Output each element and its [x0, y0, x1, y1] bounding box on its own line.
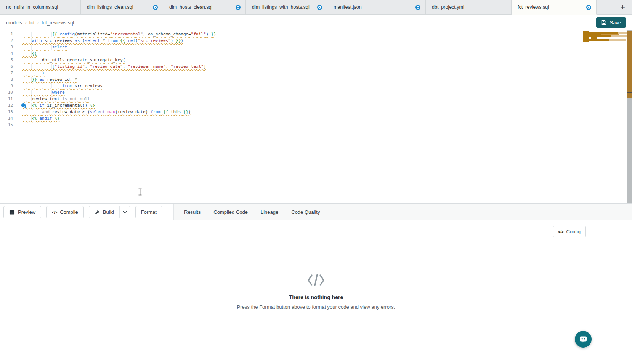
code-line[interactable]: 13 and review_date > (select max(review_… — [0, 109, 632, 115]
line-number: 13 — [0, 109, 13, 115]
line-number: 1 — [0, 31, 13, 37]
code-line[interactable]: 10 where — [0, 89, 632, 96]
build-button[interactable]: Build — [89, 206, 119, 218]
editor-tab[interactable]: dim_hosts_clean.sql — [163, 0, 246, 15]
code-line[interactable]: 14 {% endif %} — [0, 115, 632, 122]
code-token: * — [100, 38, 107, 43]
build-label: Build — [103, 209, 114, 215]
config-button[interactable]: </> Config — [553, 226, 586, 237]
code-line[interactable]: 8 }} as review_id, * — [0, 76, 632, 83]
line-number: 7 — [0, 70, 13, 76]
empty-state-title: There is nothing here — [171, 294, 461, 300]
code-token: {{ — [52, 32, 57, 37]
tab-label: no_nulls_in_columns.sql — [6, 5, 58, 10]
code-line[interactable]: 9 from src_reviews — [0, 83, 632, 89]
scrollbar-cursor-marker — [627, 92, 632, 93]
editor-tab[interactable]: dbt_project.yml — [426, 0, 512, 15]
code-line[interactable]: 6 ["listing_id", "review_date", "reviewe… — [0, 63, 632, 70]
floppy-disk-icon — [601, 20, 606, 25]
code-token: select — [85, 38, 100, 43]
editor-tab[interactable]: dim_listings_clean.sql — [81, 0, 163, 15]
line-number: 9 — [0, 83, 13, 89]
code-token: {{ — [163, 109, 168, 114]
preview-label: Preview — [18, 209, 35, 215]
tab-label: dbt_project.yml — [432, 5, 464, 10]
code-line[interactable]: 12 {% if is_incremental() %} — [0, 102, 632, 109]
code-token: from — [107, 38, 118, 43]
dbt-ide-window: no_nulls_in_columns.sqldim_listings_clea… — [0, 0, 632, 364]
panel-tab-results[interactable]: Results — [178, 204, 207, 221]
line-content: }} as review_id, * — [22, 76, 77, 83]
panel-tab-lineage[interactable]: Lineage — [254, 204, 285, 221]
unsaved-indicator-dot — [415, 5, 420, 10]
code-line[interactable]: 2 with src_reviews as (select * from {{ … — [0, 37, 632, 44]
code-line[interactable]: 3 select — [0, 44, 632, 50]
scrollbar[interactable] — [627, 30, 632, 203]
panel-tab-code-quality[interactable]: Code Quality — [285, 204, 326, 221]
code-token: with — [32, 38, 42, 43]
compile-label: Compile — [60, 209, 78, 215]
code-token: as — [75, 38, 80, 43]
indent-whitespace — [22, 45, 52, 50]
code-token: }} — [176, 38, 181, 43]
breadcrumb-separator: › — [25, 19, 27, 26]
line-number: 15 — [0, 122, 13, 128]
editor-tab[interactable]: manifest.json — [327, 0, 426, 15]
mouse-text-cursor — [138, 188, 143, 196]
unsaved-indicator-dot — [317, 5, 322, 10]
code-token: where — [52, 90, 64, 95]
line-content: where — [22, 89, 65, 96]
code-line[interactable]: 4 {{ — [0, 50, 632, 57]
code-token: , — [85, 64, 90, 69]
new-tab-button[interactable]: + — [618, 3, 627, 11]
code-token: "listing_id" — [55, 64, 85, 69]
code-line[interactable]: 1 {{ config(materialized="incremental", … — [0, 31, 632, 37]
breadcrumb-item[interactable]: models — [6, 20, 22, 26]
build-dropdown-button[interactable] — [119, 206, 130, 218]
chat-bubble-icon — [579, 335, 588, 344]
line-number: 10 — [0, 89, 13, 96]
code-token: config — [59, 32, 75, 37]
tab-label: dim_listings_with_hosts.sql — [252, 5, 310, 10]
code-token: ( — [80, 38, 85, 43]
code-token: endif — [39, 116, 52, 121]
fix-suggestion-icon[interactable] — [21, 103, 26, 107]
line-number: 11 — [0, 96, 13, 102]
code-token: ref — [128, 38, 135, 43]
code-token: (review_date) — [115, 109, 151, 114]
code-editor[interactable]: 1 {{ config(materialized="incremental", … — [0, 30, 632, 203]
line-content: {% if is_incremental() %} — [22, 102, 95, 109]
format-button[interactable]: Format — [135, 206, 162, 218]
code-token: {{ — [32, 51, 37, 56]
code-token: select — [52, 45, 67, 50]
preview-button[interactable]: Preview — [3, 206, 41, 218]
line-content: {{ — [22, 50, 37, 57]
code-token: , — [166, 64, 171, 69]
code-line[interactable]: 5 dbt_utils.generate_surrogate_key( — [0, 57, 632, 63]
line-content: {{ config(materialized="incremental", on… — [22, 31, 216, 37]
save-button[interactable]: Save — [596, 17, 626, 28]
code-token: is not null — [62, 96, 90, 101]
code-line[interactable]: 7 ) — [0, 70, 632, 76]
editor-tab[interactable]: fct_reviews.sql — [512, 0, 597, 15]
tab-label: manifest.json — [334, 5, 362, 10]
code-token: , — [123, 64, 128, 69]
chat-fab[interactable] — [575, 331, 592, 348]
line-content: dbt_utils.generate_surrogate_key( — [22, 57, 125, 63]
bottom-toolbar: Preview </> Compile Build — [0, 203, 632, 220]
code-line[interactable]: 11 review_text is not null — [0, 96, 632, 102]
editor-tab[interactable]: dim_listings_with_hosts.sql — [246, 0, 327, 15]
editor-tab[interactable]: no_nulls_in_columns.sql — [0, 0, 81, 15]
code-token: %} — [90, 103, 95, 108]
breadcrumb-separator: › — [37, 19, 39, 26]
code-token: }} — [32, 77, 37, 82]
panel-tab-compiled-code[interactable]: Compiled Code — [207, 204, 254, 221]
compile-button[interactable]: </> Compile — [46, 206, 84, 218]
code-token: {% — [32, 103, 37, 108]
line-content: select — [22, 44, 67, 50]
code-line[interactable]: 15 — [0, 122, 632, 128]
indent-whitespace — [22, 32, 52, 37]
breadcrumb-item[interactable]: fct — [29, 20, 35, 26]
indent-whitespace — [22, 64, 52, 69]
breadcrumb-item[interactable]: fct_reviews.sql — [42, 20, 74, 26]
